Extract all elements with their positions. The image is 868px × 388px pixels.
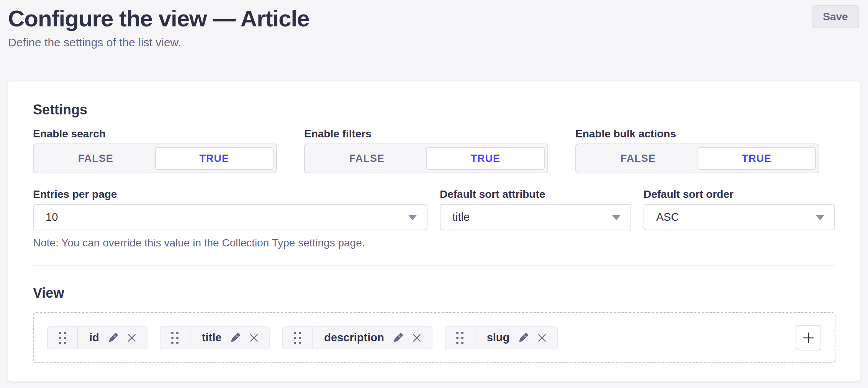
field-label: Enable search <box>33 127 277 140</box>
selected-value: 10 <box>46 211 58 223</box>
remove-icon[interactable] <box>249 333 259 343</box>
enable-filters-toggle[interactable]: FALSE TRUE <box>304 143 548 173</box>
selected-value: title <box>452 211 470 223</box>
settings-card: Settings Enable search FALSE TRUE Enable… <box>8 82 860 381</box>
section-divider <box>33 265 835 266</box>
chip-label: description <box>324 331 384 344</box>
toggle-false-option[interactable]: FALSE <box>36 147 155 170</box>
default-sort-order-select[interactable]: ASC <box>644 204 835 230</box>
entries-note: Note: You can override this value in the… <box>33 236 427 249</box>
field-chip-description[interactable]: description <box>282 326 432 349</box>
enable-search-toggle[interactable]: FALSE TRUE <box>33 143 277 173</box>
remove-icon[interactable] <box>127 333 137 343</box>
caret-down-icon <box>816 215 824 220</box>
add-field-button[interactable] <box>796 325 821 351</box>
field-chip-title[interactable]: title <box>160 326 270 349</box>
selects-row: Entries per page 10 Note: You can overri… <box>33 188 835 249</box>
save-button[interactable]: Save <box>812 5 859 28</box>
toggle-false-option[interactable]: FALSE <box>579 147 698 170</box>
field-label: Entries per page <box>33 188 427 201</box>
caret-down-icon <box>408 215 417 220</box>
field-label: Default sort attribute <box>440 188 631 201</box>
selected-value: ASC <box>656 211 679 223</box>
caret-down-icon <box>612 215 621 220</box>
field-label: Enable filters <box>304 127 548 140</box>
default-sort-attribute-select[interactable]: title <box>440 204 631 230</box>
drag-handle-icon[interactable] <box>160 327 190 349</box>
toggle-true-option[interactable]: TRUE <box>426 147 545 170</box>
field-chip-id[interactable]: id <box>47 326 147 349</box>
page-subtitle: Define the settings of the list view. <box>8 35 859 50</box>
field-enable-search: Enable search FALSE TRUE <box>33 127 277 173</box>
edit-icon[interactable] <box>393 333 403 343</box>
enable-bulk-actions-toggle[interactable]: FALSE TRUE <box>575 143 819 173</box>
drag-handle-icon[interactable] <box>283 327 313 349</box>
toggle-false-option[interactable]: FALSE <box>308 147 426 170</box>
edit-icon[interactable] <box>518 333 529 343</box>
remove-icon[interactable] <box>412 333 422 343</box>
drag-handle-icon[interactable] <box>48 327 78 349</box>
field-entries-per-page: Entries per page 10 Note: You can overri… <box>33 188 427 249</box>
entries-per-page-select[interactable]: 10 <box>33 204 427 230</box>
toggle-true-option[interactable]: TRUE <box>155 147 274 170</box>
view-heading: View <box>33 285 835 302</box>
field-default-sort-order: Default sort order ASC <box>644 188 835 249</box>
field-default-sort-attribute: Default sort attribute title <box>440 188 631 249</box>
page-title: Configure the view — Article <box>8 6 859 31</box>
field-chip-slug[interactable]: slug <box>445 326 558 349</box>
edit-icon[interactable] <box>230 333 241 343</box>
toggles-row: Enable search FALSE TRUE Enable filters … <box>33 127 835 173</box>
settings-heading: Settings <box>33 101 835 118</box>
field-enable-bulk-actions: Enable bulk actions FALSE TRUE <box>575 127 819 173</box>
chip-label: id <box>89 331 99 344</box>
view-fields-dropzone: id title <box>33 312 835 363</box>
field-enable-filters: Enable filters FALSE TRUE <box>304 127 548 173</box>
chip-label: slug <box>487 331 510 344</box>
remove-icon[interactable] <box>537 333 547 343</box>
edit-icon[interactable] <box>108 333 118 343</box>
field-label: Default sort order <box>644 188 835 201</box>
toggle-true-option[interactable]: TRUE <box>698 147 816 170</box>
drag-handle-icon[interactable] <box>445 327 475 349</box>
field-label: Enable bulk actions <box>575 127 819 140</box>
page-header: Configure the view — Article Define the … <box>0 0 868 50</box>
add-icon <box>802 331 815 344</box>
chip-label: title <box>202 331 222 344</box>
